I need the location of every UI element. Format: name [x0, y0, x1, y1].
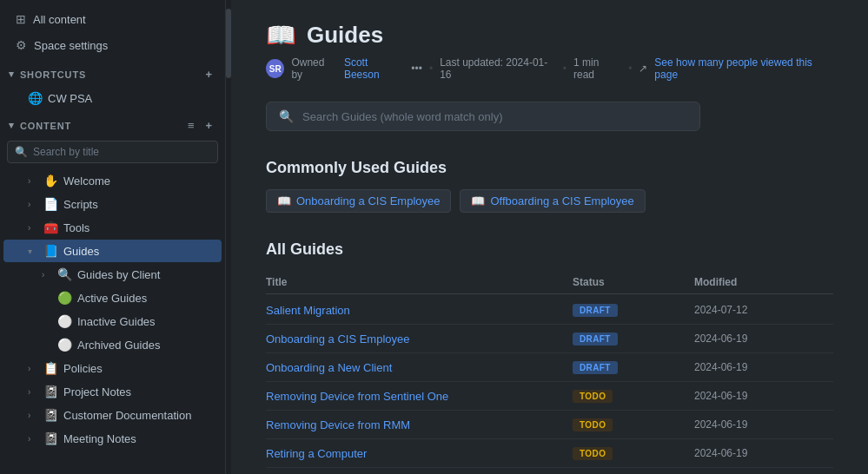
- more-options-dots[interactable]: •••: [411, 63, 422, 75]
- row-status: DRAFT: [573, 360, 694, 374]
- scrollbar-track[interactable]: [226, 0, 231, 474]
- notebook3-icon: 📓: [43, 431, 58, 445]
- sidebar-item-customer-docs[interactable]: › 📓 Customer Documentation: [3, 404, 222, 426]
- wave-icon: ✋: [43, 174, 58, 188]
- content-toggle[interactable]: ▾ CONTENT: [9, 120, 71, 131]
- sidebar-item-all-content[interactable]: ⊞ All content: [7, 7, 218, 31]
- avatar: SR: [266, 59, 284, 78]
- search-input[interactable]: [33, 146, 210, 158]
- row-status: TODO: [573, 446, 694, 460]
- guides-search-input[interactable]: [302, 110, 687, 123]
- active-guides-label: Active Guides: [77, 292, 147, 305]
- row-title[interactable]: Onboarding a New Client: [266, 361, 573, 374]
- search-icon: 🔍: [15, 146, 28, 158]
- page-header: 📖 Guides: [266, 21, 833, 49]
- pill-onboarding[interactable]: 📖 Onboarding a CIS Employee: [266, 189, 451, 213]
- row-date: 2024-06-19: [694, 418, 833, 431]
- sidebar-item-meeting-notes[interactable]: › 📓 Meeting Notes: [3, 427, 222, 450]
- sidebar-item-space-settings[interactable]: ⚙ Space settings: [7, 33, 218, 57]
- archived-guides-label: Archived Guides: [77, 339, 160, 352]
- last-updated: Last updated: 2024-01-16: [440, 56, 556, 81]
- shortcuts-toggle[interactable]: ▾ SHORTCUTS: [9, 69, 86, 80]
- chevron-icon: ›: [28, 200, 38, 209]
- chevron-icon: ›: [28, 223, 38, 233]
- row-title[interactable]: Removing Device from RMM: [266, 418, 573, 431]
- shortcuts-add-icon[interactable]: +: [202, 66, 216, 82]
- sidebar-item-inactive-guides[interactable]: ⚪ Inactive Guides: [3, 310, 222, 332]
- chevron-icon: ›: [28, 387, 38, 397]
- row-status: DRAFT: [573, 303, 694, 317]
- circle-white-icon: ⚪: [57, 314, 72, 328]
- table-row: Salient Migration DRAFT 2024-07-12: [266, 296, 833, 325]
- chevron-icon: ›: [28, 434, 38, 444]
- chart-icon: ↗: [639, 63, 647, 75]
- owner-name-link[interactable]: Scott Beeson: [344, 56, 404, 81]
- content-add-icon[interactable]: +: [202, 117, 216, 134]
- clipboard-icon: 📋: [43, 361, 58, 375]
- scrollbar-thumb[interactable]: [226, 9, 231, 78]
- sidebar-item-tools[interactable]: › 🧰 Tools: [3, 216, 222, 239]
- owned-by-label: Owned by: [291, 56, 337, 81]
- chevron-down-icon: ▾: [28, 247, 38, 256]
- tools-label: Tools: [63, 221, 89, 234]
- meeting-notes-label: Meeting Notes: [63, 432, 136, 445]
- sidebar: ⊞ All content ⚙ Space settings ▾ SHORTCU…: [0, 0, 226, 474]
- pill-offboarding[interactable]: 📖 Offboarding a CIS Employee: [460, 189, 645, 213]
- sidebar-item-active-guides[interactable]: 🟢 Active Guides: [3, 286, 222, 309]
- row-status: TODO: [573, 389, 694, 403]
- sidebar-item-guides-by-client[interactable]: › 🔍 Guides by Client: [3, 263, 222, 286]
- sidebar-search[interactable]: 🔍: [7, 141, 218, 163]
- grid-icon: ⊞: [16, 12, 26, 26]
- sidebar-item-guides[interactable]: ▾ 📘 Guides: [3, 240, 222, 262]
- nav-items-list: › ✋ Welcome › 📄 Scripts › 🧰 Tools ▾ 📘 Gu…: [0, 168, 225, 451]
- guides-search-bar[interactable]: 🔍: [266, 102, 700, 131]
- page-title: Guides: [307, 22, 383, 49]
- row-date: 2024-07-12: [694, 304, 833, 316]
- chevron-icon: ›: [28, 176, 38, 186]
- gear-icon: ⚙: [16, 38, 27, 52]
- meta-row: SR Owned by Scott Beeson ••• • Last upda…: [266, 56, 833, 81]
- status-badge: DRAFT: [573, 304, 618, 317]
- col-modified: Modified: [694, 276, 833, 288]
- search-icon: 🔍: [279, 109, 294, 123]
- table-row: Configuring Windows Hello (Biometric sig…: [266, 468, 833, 474]
- pill-onboarding-label: Onboarding a CIS Employee: [296, 194, 440, 207]
- doc-icon: 📄: [43, 197, 58, 211]
- col-title: Title: [266, 276, 573, 288]
- project-notes-label: Project Notes: [63, 385, 131, 398]
- guides-table: Title Status Modified Salient Migration …: [266, 271, 833, 474]
- view-count-link[interactable]: See how many people viewed this page: [654, 56, 833, 81]
- row-title[interactable]: Retiring a Computer: [266, 447, 573, 460]
- toolbox-icon: 🧰: [43, 221, 58, 234]
- chevron-icon: ›: [28, 364, 38, 373]
- chevron-icon: ›: [28, 411, 38, 420]
- sidebar-item-welcome[interactable]: › ✋ Welcome: [3, 169, 222, 192]
- filter-icon[interactable]: ≡: [184, 117, 198, 134]
- row-title[interactable]: Removing Device from Sentinel One: [266, 390, 573, 403]
- pill-offboarding-label: Offboarding a CIS Employee: [490, 194, 633, 207]
- commonly-used-title: Commonly Used Guides: [266, 159, 833, 177]
- status-badge: DRAFT: [573, 361, 618, 374]
- table-row: Retiring a Computer TODO 2024-06-19: [266, 439, 833, 468]
- welcome-label: Welcome: [63, 174, 110, 188]
- sidebar-item-project-notes[interactable]: › 📓 Project Notes: [3, 380, 222, 403]
- sidebar-item-policies[interactable]: › 📋 Policies: [3, 357, 222, 379]
- row-title[interactable]: Salient Migration: [266, 304, 573, 317]
- row-status: TODO: [573, 418, 694, 431]
- sidebar-item-archived-guides[interactable]: ⚪ Archived Guides: [3, 333, 222, 356]
- status-badge: TODO: [573, 447, 613, 460]
- row-date: 2024-06-19: [694, 332, 833, 345]
- cw-psa-label: CW PSA: [48, 92, 92, 105]
- row-date: 2024-06-19: [694, 447, 833, 459]
- status-badge: DRAFT: [573, 332, 618, 346]
- status-badge: TODO: [573, 390, 613, 403]
- content-chevron: ▾: [9, 120, 15, 131]
- table-header-row: Title Status Modified: [266, 271, 833, 294]
- book-icon: 📘: [43, 244, 58, 258]
- sidebar-item-scripts[interactable]: › 📄 Scripts: [3, 193, 222, 215]
- guides-by-client-label: Guides by Client: [77, 268, 160, 281]
- row-title[interactable]: Onboarding a CIS Employee: [266, 332, 573, 346]
- shortcuts-chevron: ▾: [9, 69, 15, 80]
- scripts-label: Scripts: [63, 198, 98, 211]
- sidebar-item-cw-psa[interactable]: 🌐 CW PSA: [3, 87, 222, 109]
